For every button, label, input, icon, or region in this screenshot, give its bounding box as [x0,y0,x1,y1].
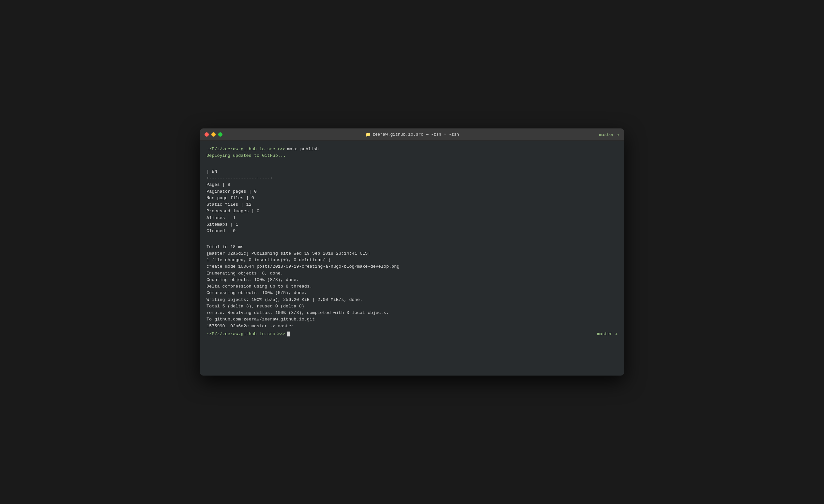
output-line-10: remote: Resolving deltas: 100% (3/3), co… [206,310,618,316]
folder-icon: 📁 [365,132,371,137]
output-line-5: Counting objects: 100% (8/8), done. [206,277,618,283]
terminal-window: 📁 zeeraw.github.io.src — -zsh • -zsh mas… [200,128,624,376]
final-prompt-arrows: >>> [277,331,285,338]
table-row-aliases: Aliases | 1 [206,215,618,221]
output-line-1: [master 02a6d2c] Publishing site Wed 19 … [206,250,618,257]
output-line-0: Total in 18 ms [206,244,618,250]
final-prompt-line: ~/P/z/zeeraw.github.io.src >>> master ✚ [206,331,618,338]
command-text: make publish [287,146,319,152]
table-separator: +------------------+----+ [206,175,618,181]
deploy-message: Deploying updates to GitHub... [206,152,618,159]
final-prompt-path: ~/P/z/zeeraw.github.io.src [206,331,275,338]
final-prompt-left: ~/P/z/zeeraw.github.io.src >>> [206,331,290,338]
window-title: 📁 zeeraw.github.io.src — -zsh • -zsh [365,132,459,137]
git-status-top: master ✚ [599,132,619,137]
table-row-sitemaps: Sitemaps | 1 [206,221,618,228]
terminal-body[interactable]: ~/P/z/zeeraw.github.io.src >>> make publ… [200,141,624,376]
stats-table: | EN +------------------+----+ Pages | 8… [206,168,618,235]
command-prompt-line: ~/P/z/zeeraw.github.io.src >>> make publ… [206,146,618,152]
prompt-path: ~/P/z/zeeraw.github.io.src [206,146,275,152]
close-button[interactable] [205,132,209,137]
output-line-9: Total 5 (delta 3), reused 0 (delta 0) [206,303,618,310]
table-row-pages: Pages | 8 [206,181,618,188]
output-line-8: Writing objects: 100% (5/5), 256.20 KiB … [206,297,618,303]
prompt-arrows: >>> [277,146,285,152]
minimize-button[interactable] [211,132,216,137]
output-line-4: Enumerating objects: 8, done. [206,270,618,277]
cursor [287,332,290,337]
table-row-paginator: Paginator pages | 0 [206,188,618,195]
table-row-cleaned: Cleaned | 0 [206,228,618,234]
table-row-nonpage: Non-page files | 0 [206,195,618,202]
output-line-11: To github.com:zeeraw/zeeraw.github.io.gi… [206,316,618,323]
table-header: | EN [206,168,618,175]
table-row-processed: Processed images | 0 [206,208,618,215]
titlebar: 📁 zeeraw.github.io.src — -zsh • -zsh mas… [200,128,624,141]
output-line-6: Delta compression using up to 8 threads. [206,283,618,290]
output-line-12: 1575990..02a6d2c master -> master [206,323,618,330]
output-line-7: Compressing objects: 100% (5/5), done. [206,290,618,296]
maximize-button[interactable] [218,132,222,137]
git-status-bottom: master ✚ [597,331,618,338]
output-line-2: 1 file changed, 0 insertions(+), 0 delet… [206,257,618,263]
table-row-static: Static files | 12 [206,202,618,208]
traffic-lights [205,132,222,137]
output-line-3: create mode 100644 posts/2018-09-19-crea… [206,263,618,270]
prompt-left: ~/P/z/zeeraw.github.io.src >>> make publ… [206,146,319,152]
